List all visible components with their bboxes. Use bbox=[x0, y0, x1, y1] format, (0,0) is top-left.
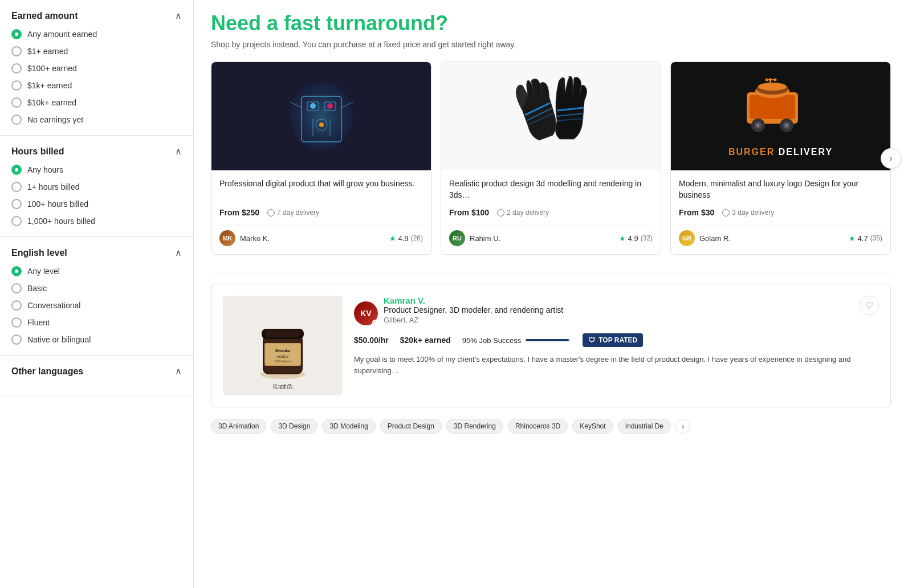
card-3-author: GR Golam R. bbox=[679, 230, 731, 246]
portfolio-product-svg: Manuka HONEY 100% Natural bbox=[240, 309, 325, 383]
hours-billed-title: Hours billed bbox=[11, 146, 64, 157]
other-languages-section: Other languages ∧ bbox=[0, 356, 193, 395]
option-1plus-earned[interactable]: $1+ earned bbox=[11, 46, 182, 56]
freelancer-job-title: Product Designer, 3D modeler, and render… bbox=[384, 305, 563, 315]
radio-conversational bbox=[11, 300, 22, 311]
card-2-image bbox=[441, 62, 661, 170]
promo-section: Need a fast turnaround? Shop by projects… bbox=[211, 11, 891, 49]
radio-1plus-earned bbox=[11, 46, 22, 56]
radio-100plus-hours bbox=[11, 199, 22, 209]
project-cards-row: Professional digital product that will g… bbox=[211, 62, 891, 255]
svg-point-10 bbox=[327, 103, 333, 109]
other-languages-title: Other languages bbox=[11, 366, 83, 377]
option-conversational[interactable]: Conversational bbox=[11, 300, 182, 311]
tag-rhinoceros[interactable]: Rhinoceros 3D bbox=[508, 419, 568, 434]
option-fluent[interactable]: Fluent bbox=[11, 317, 182, 328]
job-success-progress-fill bbox=[526, 339, 569, 341]
tag-keyshot[interactable]: KeyShot bbox=[572, 419, 613, 434]
project-card-3[interactable]: BURGER DELIVERY Modern, minimalist and l… bbox=[670, 62, 891, 255]
svg-point-25 bbox=[757, 124, 759, 126]
option-100plus-hours[interactable]: 100+ hours billed bbox=[11, 199, 182, 209]
clock-icon-2 bbox=[497, 209, 504, 217]
option-any-hours[interactable]: Any hours bbox=[11, 165, 182, 175]
project-card-1[interactable]: Professional digital product that will g… bbox=[211, 62, 431, 255]
card-2-price: From $100 bbox=[449, 208, 489, 217]
freelancer-card: Manuka HONEY 100% Natural Kamra 1 of 7 bbox=[211, 284, 891, 407]
tag-3d-modeling[interactable]: 3D Modeling bbox=[322, 419, 375, 434]
card-3-review-count: (35) bbox=[870, 234, 882, 242]
hours-billed-header[interactable]: Hours billed ∧ bbox=[11, 146, 182, 157]
freelancer-name[interactable]: Kamran V. bbox=[384, 296, 563, 305]
card-1-body: Professional digital product that will g… bbox=[211, 170, 431, 254]
option-100plus-earned[interactable]: $100+ earned bbox=[11, 63, 182, 74]
tags-next-button[interactable]: › bbox=[675, 419, 690, 434]
svg-text:HONEY: HONEY bbox=[276, 355, 288, 358]
option-native[interactable]: Native or bilingual bbox=[11, 334, 182, 345]
other-languages-chevron: ∧ bbox=[175, 366, 182, 377]
robot-illustration bbox=[284, 74, 359, 159]
svg-point-28 bbox=[785, 124, 788, 126]
radio-10k-earned bbox=[11, 97, 22, 108]
radio-no-earnings bbox=[11, 115, 22, 125]
svg-rect-42 bbox=[265, 330, 300, 337]
freelancer-name-title: Kamran V. Product Designer, 3D modeler, … bbox=[384, 296, 563, 331]
portfolio-image-container: Manuka HONEY 100% Natural Kamra 1 of 7 bbox=[223, 296, 343, 395]
option-1plus-hours[interactable]: 1+ hours billed bbox=[11, 182, 182, 192]
option-10k-earned[interactable]: $10k+ earned bbox=[11, 97, 182, 108]
earned-amount-options: Any amount earned $1+ earned $100+ earne… bbox=[11, 29, 182, 125]
star-icon-3: ★ bbox=[849, 234, 856, 243]
svg-rect-19 bbox=[750, 95, 795, 119]
freelancer-bio: My goal is to meet 100% of my client's e… bbox=[354, 354, 879, 376]
radio-fluent bbox=[11, 317, 22, 328]
card-3-title: Modern, minimalist and luxury logo Desig… bbox=[679, 178, 882, 202]
tag-3d-animation[interactable]: 3D Animation bbox=[211, 419, 266, 434]
card-1-rating: ★ 4.9 (26) bbox=[389, 234, 423, 243]
card-2-price-row: From $100 2 day delivery bbox=[449, 208, 653, 217]
tag-3d-rendering[interactable]: 3D Rendering bbox=[446, 419, 503, 434]
hours-billed-section: Hours billed ∧ Any hours 1+ hours billed… bbox=[0, 136, 193, 237]
hours-billed-options: Any hours 1+ hours billed 100+ hours bil… bbox=[11, 165, 182, 226]
english-level-title: English level bbox=[11, 248, 67, 258]
star-icon-1: ★ bbox=[389, 234, 396, 243]
tag-industrial-design[interactable]: Industrial De bbox=[618, 419, 671, 434]
burger-logo-text-wrap: BURGER DELIVERY bbox=[728, 147, 833, 157]
option-any-amount[interactable]: Any amount earned bbox=[11, 29, 182, 39]
earned-amount-header[interactable]: Earned amount ∧ bbox=[11, 10, 182, 21]
card-1-footer: MK Marko K. ★ 4.9 (26) bbox=[219, 224, 423, 246]
radio-any-hours bbox=[11, 165, 22, 175]
card-2-delivery: 2 day delivery bbox=[497, 209, 549, 217]
card-1-price: From $250 bbox=[219, 208, 259, 217]
radio-basic bbox=[11, 283, 22, 293]
option-1000plus-hours[interactable]: 1,000+ hours billed bbox=[11, 216, 182, 226]
option-no-earnings[interactable]: No earnings yet bbox=[11, 115, 182, 125]
top-rated-badge: 🛡 TOP RATED bbox=[583, 333, 643, 347]
card-1-author-name: Marko K. bbox=[240, 234, 270, 243]
image-counter: 1 of 7 bbox=[274, 383, 291, 391]
svg-text:100% Natural: 100% Natural bbox=[274, 360, 291, 363]
skill-tags-row: 3D Animation 3D Design 3D Modeling Produ… bbox=[211, 419, 891, 434]
freelancer-name-row: KV Kamran V. Product Designer, 3D modele… bbox=[354, 296, 563, 331]
card-1-price-row: From $250 7 day delivery bbox=[219, 208, 423, 217]
project-card-2[interactable]: Realistic product design 3d modelling an… bbox=[441, 62, 661, 255]
tag-product-design[interactable]: Product Design bbox=[380, 419, 442, 434]
shield-icon: 🛡 bbox=[588, 336, 595, 344]
tag-3d-design[interactable]: 3D Design bbox=[271, 419, 317, 434]
option-basic[interactable]: Basic bbox=[11, 283, 182, 293]
radio-1000plus-hours bbox=[11, 216, 22, 226]
freelancer-info-panel: KV Kamran V. Product Designer, 3D modele… bbox=[354, 296, 879, 395]
job-success-label: 95% Job Success bbox=[462, 336, 521, 345]
radio-1k-earned bbox=[11, 80, 22, 91]
english-level-header[interactable]: English level ∧ bbox=[11, 247, 182, 258]
cards-next-button[interactable]: › bbox=[881, 148, 901, 169]
earned-amount-section: Earned amount ∧ Any amount earned $1+ ea… bbox=[0, 0, 193, 136]
radio-any-amount bbox=[11, 29, 22, 39]
card-2-body: Realistic product design 3d modelling an… bbox=[441, 170, 661, 254]
sidebar: Earned amount ∧ Any amount earned $1+ ea… bbox=[0, 0, 194, 588]
freelancer-earned: $20k+ earned bbox=[400, 336, 451, 345]
svg-point-11 bbox=[319, 122, 324, 127]
option-1k-earned[interactable]: $1k+ earned bbox=[11, 80, 182, 91]
freelancer-avatar: KV bbox=[354, 301, 378, 325]
option-any-level[interactable]: Any level bbox=[11, 266, 182, 276]
other-languages-header[interactable]: Other languages ∧ bbox=[11, 366, 182, 377]
favorite-button[interactable]: ♡ bbox=[860, 296, 879, 315]
